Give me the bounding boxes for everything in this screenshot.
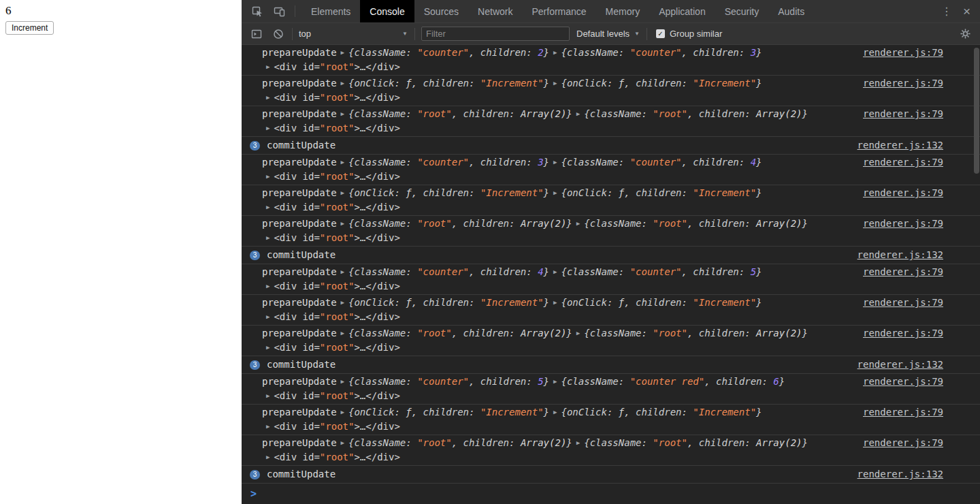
- dom-node-preview[interactable]: <div id="root">…</div>: [274, 92, 399, 103]
- expand-arrow-icon[interactable]: ▶: [341, 409, 344, 415]
- expand-arrow-icon[interactable]: ▶: [266, 344, 270, 351]
- console-prompt[interactable]: >: [242, 484, 980, 504]
- source-link[interactable]: renderer.js:79: [863, 326, 943, 341]
- dom-node-preview[interactable]: <div id="root">…</div>: [274, 61, 399, 72]
- tab-application[interactable]: Application: [649, 0, 715, 22]
- dom-node-preview[interactable]: <div id="root">…</div>: [274, 171, 399, 182]
- expand-arrow-icon[interactable]: ▶: [341, 110, 344, 117]
- source-link[interactable]: renderer.js:132: [858, 358, 943, 372]
- tab-audits[interactable]: Audits: [768, 0, 814, 22]
- context-selector[interactable]: top ▼: [299, 29, 408, 39]
- object-preview[interactable]: {className: "counter", children: 2}: [348, 47, 549, 58]
- object-preview[interactable]: {className: "root", children: Array(2)}: [348, 108, 572, 119]
- object-preview[interactable]: {onClick: ƒ, children: "Increment"}: [348, 78, 549, 89]
- source-link[interactable]: renderer.js:79: [863, 46, 943, 60]
- object-preview[interactable]: {onClick: ƒ, children: "Increment"}: [561, 297, 762, 308]
- expand-arrow-icon[interactable]: ▶: [266, 313, 270, 320]
- expand-arrow-icon[interactable]: ▶: [266, 454, 270, 460]
- expand-arrow-icon[interactable]: ▶: [341, 378, 344, 385]
- object-preview[interactable]: {onClick: ƒ, children: "Increment"}: [348, 297, 549, 308]
- expand-arrow-icon[interactable]: ▶: [553, 159, 557, 166]
- object-preview[interactable]: {onClick: ƒ, children: "Increment"}: [348, 407, 549, 418]
- dom-node-preview[interactable]: <div id="root">…</div>: [274, 202, 399, 212]
- dom-node-preview[interactable]: <div id="root">…</div>: [274, 421, 399, 432]
- scrollbar[interactable]: [974, 48, 979, 174]
- group-similar-checkbox[interactable]: ✓: [656, 29, 665, 38]
- expand-arrow-icon[interactable]: ▶: [553, 409, 557, 415]
- object-preview[interactable]: {className: "root", children: Array(2)}: [584, 437, 808, 448]
- expand-arrow-icon[interactable]: ▶: [341, 159, 344, 166]
- object-preview[interactable]: {className: "counter", children: 3}: [348, 157, 549, 168]
- clear-console-icon[interactable]: [272, 27, 285, 41]
- tab-security[interactable]: Security: [715, 0, 769, 22]
- source-link[interactable]: renderer.js:79: [863, 155, 943, 170]
- expand-arrow-icon[interactable]: ▶: [576, 330, 580, 336]
- inspect-icon[interactable]: [250, 5, 264, 18]
- expand-arrow-icon[interactable]: ▶: [266, 283, 270, 289]
- dom-node-preview[interactable]: <div id="root">…</div>: [274, 390, 399, 401]
- object-preview[interactable]: {onClick: ƒ, children: "Increment"}: [348, 187, 549, 198]
- expand-arrow-icon[interactable]: ▶: [266, 63, 270, 70]
- dom-node-preview[interactable]: <div id="root">…</div>: [274, 232, 399, 243]
- object-preview[interactable]: {onClick: ƒ, children: "Increment"}: [561, 187, 762, 198]
- expand-arrow-icon[interactable]: ▶: [341, 189, 344, 196]
- dom-node-preview[interactable]: <div id="root">…</div>: [274, 342, 399, 353]
- overflow-menu-icon[interactable]: ⋮: [937, 6, 956, 17]
- expand-arrow-icon[interactable]: ▶: [266, 423, 270, 430]
- object-preview[interactable]: {className: "counter", children: 5}: [561, 266, 762, 277]
- tab-performance[interactable]: Performance: [522, 0, 595, 22]
- source-link[interactable]: renderer.js:79: [863, 107, 943, 121]
- tab-network[interactable]: Network: [468, 0, 522, 22]
- source-link[interactable]: renderer.js:79: [863, 186, 943, 200]
- console-sidebar-icon[interactable]: [250, 27, 263, 41]
- expand-arrow-icon[interactable]: ▶: [341, 268, 344, 275]
- object-preview[interactable]: {className: "counter red", children: 6}: [561, 376, 785, 387]
- source-link[interactable]: renderer.js:132: [858, 138, 943, 153]
- source-link[interactable]: renderer.js:79: [863, 296, 943, 310]
- expand-arrow-icon[interactable]: ▶: [341, 49, 344, 56]
- dom-node-preview[interactable]: <div id="root">…</div>: [274, 311, 399, 322]
- expand-arrow-icon[interactable]: ▶: [341, 220, 344, 227]
- expand-arrow-icon[interactable]: ▶: [553, 299, 557, 306]
- object-preview[interactable]: {className: "root", children: Array(2)}: [584, 328, 808, 338]
- expand-arrow-icon[interactable]: ▶: [553, 49, 557, 56]
- object-preview[interactable]: {onClick: ƒ, children: "Increment"}: [561, 78, 762, 89]
- object-preview[interactable]: {className: "root", children: Array(2)}: [348, 328, 572, 338]
- close-devtools-icon[interactable]: ×: [962, 5, 972, 18]
- source-link[interactable]: renderer.js:79: [863, 405, 943, 420]
- dom-node-preview[interactable]: <div id="root">…</div>: [274, 123, 399, 133]
- settings-gear-icon[interactable]: [958, 27, 972, 41]
- object-preview[interactable]: {className: "root", children: Array(2)}: [584, 218, 808, 229]
- source-link[interactable]: renderer.js:79: [863, 217, 943, 231]
- expand-arrow-icon[interactable]: ▶: [576, 110, 580, 117]
- expand-arrow-icon[interactable]: ▶: [341, 330, 344, 336]
- tab-console[interactable]: Console: [360, 0, 414, 22]
- object-preview[interactable]: {className: "root", children: Array(2)}: [348, 218, 572, 229]
- source-link[interactable]: renderer.js:79: [863, 436, 943, 450]
- expand-arrow-icon[interactable]: ▶: [576, 439, 580, 446]
- expand-arrow-icon[interactable]: ▶: [553, 189, 557, 196]
- expand-arrow-icon[interactable]: ▶: [576, 220, 580, 227]
- expand-arrow-icon[interactable]: ▶: [266, 234, 270, 241]
- expand-arrow-icon[interactable]: ▶: [341, 80, 344, 86]
- object-preview[interactable]: {className: "counter", children: 4}: [561, 157, 762, 168]
- source-link[interactable]: renderer.js:79: [863, 375, 943, 389]
- expand-arrow-icon[interactable]: ▶: [553, 268, 557, 275]
- expand-arrow-icon[interactable]: ▶: [553, 80, 557, 86]
- tab-memory[interactable]: Memory: [596, 0, 650, 22]
- expand-arrow-icon[interactable]: ▶: [266, 204, 270, 210]
- object-preview[interactable]: {className: "root", children: Array(2)}: [584, 108, 808, 119]
- source-link[interactable]: renderer.js:132: [858, 248, 943, 262]
- expand-arrow-icon[interactable]: ▶: [266, 94, 270, 101]
- object-preview[interactable]: {className: "counter", children: 3}: [561, 47, 762, 58]
- device-toolbar-icon[interactable]: [273, 5, 287, 18]
- expand-arrow-icon[interactable]: ▶: [553, 378, 557, 385]
- object-preview[interactable]: {className: "counter", children: 5}: [348, 376, 549, 387]
- source-link[interactable]: renderer.js:132: [858, 467, 943, 482]
- expand-arrow-icon[interactable]: ▶: [341, 439, 344, 446]
- levels-dropdown[interactable]: Default levels ▼: [576, 29, 640, 39]
- source-link[interactable]: renderer.js:79: [863, 265, 943, 279]
- object-preview[interactable]: {className: "root", children: Array(2)}: [348, 437, 572, 448]
- dom-node-preview[interactable]: <div id="root">…</div>: [274, 281, 399, 292]
- increment-button[interactable]: Increment: [5, 21, 54, 35]
